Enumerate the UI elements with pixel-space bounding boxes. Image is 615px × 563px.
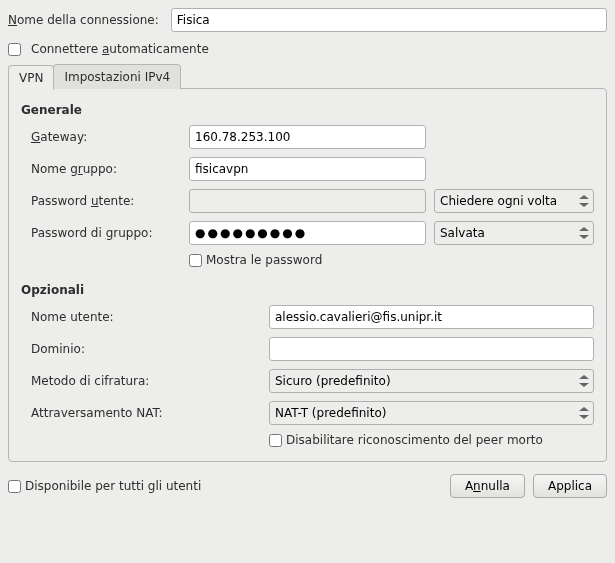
auto-connect-checkbox[interactable]: [8, 43, 21, 56]
section-general-title: Generale: [21, 103, 594, 117]
group-name-label: Nome gruppo:: [31, 162, 181, 176]
cancel-button[interactable]: Annulla: [450, 474, 525, 498]
footer-row: Disponibile per tutti gli utenti Annulla…: [8, 474, 607, 498]
section-optional-title: Opzionali: [21, 283, 594, 297]
gateway-input[interactable]: [189, 125, 426, 149]
connection-name-label: Nome della connessione:: [8, 13, 159, 27]
domain-label: Dominio:: [31, 342, 261, 356]
auto-connect-label: Connettere automaticamente: [31, 42, 209, 56]
all-users-checkbox[interactable]: [8, 480, 21, 493]
cipher-select[interactable]: Sicuro (predefinito): [269, 369, 594, 393]
domain-input[interactable]: [269, 337, 594, 361]
cipher-label: Metodo di cifratura:: [31, 374, 261, 388]
gateway-label: Gateway:: [31, 130, 181, 144]
tab-vpn[interactable]: VPN: [8, 65, 54, 90]
optional-grid: Nome utente: Dominio: Metodo di cifratur…: [31, 305, 594, 447]
show-passwords-label: Mostra le password: [206, 253, 322, 267]
user-password-mode-select[interactable]: Chiedere ogni volta: [434, 189, 594, 213]
show-passwords-checkbox[interactable]: [189, 254, 202, 267]
group-password-label: Password di gruppo:: [31, 226, 181, 240]
show-passwords-row: Mostra le password: [189, 253, 594, 267]
tab-page-vpn: Generale Gateway: Nome gruppo: Password …: [8, 88, 607, 462]
user-password-label: Password utente:: [31, 194, 181, 208]
connection-name-input[interactable]: [171, 8, 607, 32]
group-name-input[interactable]: [189, 157, 426, 181]
group-password-mode-select[interactable]: Salvata: [434, 221, 594, 245]
deadpeer-label: Disabilitare riconoscimento del peer mor…: [286, 433, 543, 447]
connection-name-row: Nome della connessione:: [8, 8, 607, 32]
deadpeer-checkbox[interactable]: [269, 434, 282, 447]
user-password-input: [189, 189, 426, 213]
tab-strip: VPN Impostazioni IPv4: [8, 64, 607, 89]
tab-ipv4[interactable]: Impostazioni IPv4: [53, 64, 181, 89]
general-grid: Gateway: Nome gruppo: Password utente: C…: [31, 125, 594, 267]
deadpeer-row: Disabilitare riconoscimento del peer mor…: [269, 433, 594, 447]
auto-connect-row: Connettere automaticamente: [8, 42, 607, 56]
username-input[interactable]: [269, 305, 594, 329]
username-label: Nome utente:: [31, 310, 261, 324]
all-users-label: Disponibile per tutti gli utenti: [25, 479, 201, 493]
nat-label: Attraversamento NAT:: [31, 406, 261, 420]
apply-button[interactable]: Applica: [533, 474, 607, 498]
group-password-input[interactable]: [189, 221, 426, 245]
nat-select[interactable]: NAT-T (predefinito): [269, 401, 594, 425]
